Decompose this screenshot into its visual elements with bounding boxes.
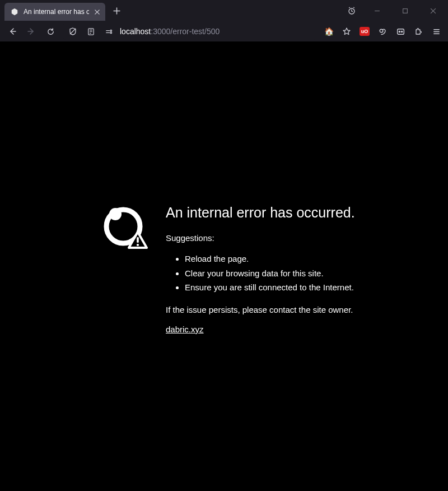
toolbar: localhost:3000/error-test/500 🏠 uO <box>0 21 448 41</box>
ublock-extension-icon[interactable]: uO <box>356 24 373 39</box>
error-block: An internal error has occurred. Suggesti… <box>101 204 363 335</box>
url-text: localhost:3000/error-test/500 <box>120 27 220 36</box>
svg-point-5 <box>110 32 111 34</box>
extension-icons: 🏠 uO <box>320 24 445 39</box>
suggestion-item: Ensure you are still connected to the In… <box>185 280 363 295</box>
error-text: An internal error has occurred. Suggesti… <box>166 204 363 335</box>
svg-point-8 <box>399 31 400 32</box>
svg-rect-12 <box>137 237 139 243</box>
bookmark-star-icon[interactable] <box>338 24 355 39</box>
permissions-icon[interactable] <box>102 25 115 38</box>
window-minimize-button[interactable] <box>364 2 390 19</box>
svg-point-4 <box>110 30 111 31</box>
urlbar[interactable]: localhost:3000/error-test/500 <box>63 23 317 40</box>
tab-close-icon[interactable] <box>94 7 101 17</box>
error-globe-warning-icon <box>101 204 147 250</box>
new-tab-button[interactable] <box>109 3 124 18</box>
url-path: /error-test/500 <box>170 27 220 36</box>
suggestion-item: Clear your browsing data for this site. <box>185 266 363 281</box>
forward-button[interactable] <box>22 23 40 40</box>
error-title: An internal error has occurred. <box>166 204 363 221</box>
suggestions-list: Reload the page. Clear your browsing dat… <box>166 252 363 295</box>
page-info-icon[interactable] <box>84 25 97 38</box>
home-extension-icon[interactable]: 🏠 <box>320 24 337 39</box>
tab-title: An internal error has occurred <box>24 8 89 16</box>
tab-favicon-icon <box>10 7 19 16</box>
back-button[interactable] <box>3 23 21 40</box>
svg-point-11 <box>109 208 122 220</box>
shield-off-icon[interactable] <box>66 25 80 38</box>
content-area: An internal error has occurred. Suggesti… <box>0 41 448 491</box>
extensions-puzzle-icon[interactable] <box>410 24 427 39</box>
tabs-area: An internal error has occurred <box>0 0 342 21</box>
alarm-icon[interactable] <box>342 2 362 19</box>
persist-message: If the issue persists, please contact th… <box>166 305 363 314</box>
extension-b-icon[interactable] <box>392 24 409 39</box>
svg-rect-2 <box>403 8 407 13</box>
suggestions-label: Suggestions: <box>166 233 363 243</box>
window-close-button[interactable] <box>420 2 446 19</box>
app-menu-icon[interactable] <box>428 24 445 39</box>
suggestion-item: Reload the page. <box>185 252 363 266</box>
extension-a-icon[interactable] <box>374 24 391 39</box>
svg-point-9 <box>401 31 402 32</box>
svg-marker-0 <box>12 8 18 15</box>
window-maximize-button[interactable] <box>392 2 418 19</box>
url-port: :3000 <box>151 27 170 36</box>
reload-button[interactable] <box>41 23 59 40</box>
url-host: localhost <box>120 27 151 36</box>
titlebar-right <box>342 2 448 19</box>
site-owner-link[interactable]: dabric.xyz <box>166 325 204 334</box>
browser-tab[interactable]: An internal error has occurred <box>4 3 105 21</box>
titlebar: An internal error has occurred <box>0 0 448 21</box>
svg-rect-7 <box>397 29 404 34</box>
svg-point-13 <box>137 244 139 246</box>
